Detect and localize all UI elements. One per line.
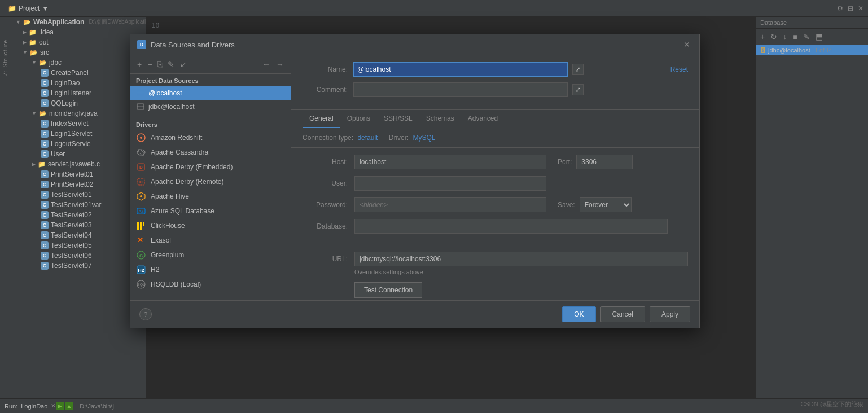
class-icon: C	[41, 191, 49, 199]
comment-input[interactable]	[353, 82, 568, 97]
sidebar-item-testservlet04[interactable]: C TestServlet04	[11, 230, 146, 240]
sidebar-root[interactable]: ▼ 📂 WebApplication D:\桌面D\WebApplication	[11, 17, 146, 27]
close-run-icon[interactable]: ✕	[51, 402, 56, 410]
db-refresh-button[interactable]: ↻	[768, 31, 779, 42]
exasol-icon: ✕	[136, 235, 146, 245]
driver-clickhouse[interactable]: ClickHouse	[130, 218, 291, 233]
connection-type-value[interactable]: default	[357, 134, 378, 142]
sidebar-item-testservlet03[interactable]: C TestServlet03	[11, 220, 146, 230]
sidebar-item-user[interactable]: C User	[11, 149, 146, 159]
tab-advanced[interactable]: Advanced	[461, 110, 505, 128]
db-edit-button[interactable]: ✎	[801, 31, 812, 42]
db-item-icon: 🗄	[760, 47, 766, 54]
edit-datasource-button[interactable]: ✎	[165, 59, 177, 70]
db-panel-toolbar: + ↻ ↓ ■ ✎ ⬒	[756, 29, 868, 45]
driver-apache-cassandra[interactable]: Apache Cassandra	[130, 145, 291, 160]
sidebar-item-qqlogin[interactable]: C QQLogin	[11, 98, 146, 108]
driver-value[interactable]: MySQL	[413, 134, 435, 142]
db-more-button[interactable]: ⬒	[813, 31, 825, 42]
sidebar-item-testservlet05[interactable]: C TestServlet05	[11, 240, 146, 251]
datasource-localhost[interactable]: @localhost	[130, 86, 291, 100]
tab-schemas[interactable]: Schemas	[419, 110, 461, 128]
driver-label: Greenplum	[151, 251, 184, 259]
sidebar-item-testservlet06[interactable]: C TestServlet06	[11, 251, 146, 261]
reset-link[interactable]: Reset	[670, 65, 688, 73]
sidebar-item-servlet[interactable]: ▶ 📁 servlet.javaweb.c	[11, 159, 146, 169]
sidebar-item-indexservlet[interactable]: C IndexServlet	[11, 118, 146, 129]
db-download-button[interactable]: ↓	[781, 31, 789, 42]
class-icon: C	[41, 150, 49, 158]
run-button[interactable]: ▶	[56, 402, 64, 410]
name-comment-section: Name: ⤢ Reset Comment: ⤢	[291, 55, 699, 110]
sidebar-item-printservlet01[interactable]: C PrintServlet01	[11, 169, 146, 179]
name-expand-button[interactable]: ⤢	[572, 64, 584, 75]
tab-sshssl[interactable]: SSH/SSL	[377, 110, 419, 128]
sidebar-item-monidenglv[interactable]: ▼ 📂 monidenglv.java	[11, 108, 146, 118]
project-button[interactable]: 📁 Project ▼	[5, 3, 52, 14]
nav-back-button[interactable]: ←	[260, 59, 273, 70]
help-button[interactable]: ?	[139, 308, 152, 320]
driver-exasol[interactable]: ✕ Exasol	[130, 233, 291, 248]
db-stop-button[interactable]: ■	[790, 31, 799, 42]
add-datasource-button[interactable]: +	[135, 59, 144, 70]
import-datasource-button[interactable]: ↙	[178, 59, 189, 70]
driver-amazon-redshift[interactable]: Amazon Redshift	[130, 130, 291, 145]
sidebar-item-out[interactable]: ▶ 📁 out	[11, 37, 146, 47]
driver-apache-derby-embedded[interactable]: D Apache Derby (Embedded)	[130, 160, 291, 174]
database-input[interactable]	[354, 219, 668, 234]
sidebar-item-logindao[interactable]: C LoginDao	[11, 78, 146, 88]
sidebar-item-src[interactable]: ▼ 📂 src	[11, 47, 146, 58]
apply-button[interactable]: Apply	[650, 306, 690, 322]
sidebar-item-testservlet01var[interactable]: C TestServlet01var	[11, 200, 146, 210]
name-input[interactable]	[353, 62, 568, 77]
ok-button[interactable]: OK	[562, 306, 595, 322]
host-input[interactable]	[354, 155, 546, 169]
tab-general[interactable]: General	[303, 110, 340, 128]
class-icon: C	[41, 201, 49, 209]
datasource-jdbc[interactable]: jdbc@localhost	[130, 100, 291, 113]
class-icon: C	[41, 130, 49, 138]
save-select[interactable]: Forever Until restart Never	[580, 197, 632, 212]
nav-forward-button[interactable]: →	[274, 59, 286, 70]
name-row: Name: ⤢ Reset	[303, 62, 688, 77]
dialog-close-button[interactable]: ✕	[681, 39, 692, 50]
sidebar-item-testservlet07[interactable]: C TestServlet07	[11, 261, 146, 271]
tab-options[interactable]: Options	[340, 110, 377, 128]
sidebar-item-jdbc[interactable]: ▼ 📂 jdbc	[11, 58, 146, 68]
dialog-title-bar: D Data Sources and Drivers ✕	[130, 34, 699, 55]
sidebar-item-testservlet02[interactable]: C TestServlet02	[11, 210, 146, 220]
db-item-localhost[interactable]: 🗄 jdbc@localhost 1 of 14	[756, 45, 868, 55]
driver-greenplum[interactable]: G Greenplum	[130, 248, 291, 262]
run-indicator: Run: LoginDao ✕	[5, 402, 56, 410]
password-input[interactable]	[354, 197, 546, 212]
close-icon[interactable]: ✕	[858, 5, 863, 12]
driver-hsqldb[interactable]: SQL HSQLDB (Local)	[130, 277, 291, 292]
user-input[interactable]	[354, 176, 546, 191]
port-input[interactable]	[576, 155, 633, 169]
sidebar-item-testservlet01[interactable]: C TestServlet01	[11, 190, 146, 200]
sidebar-item-label: Login1Servlet	[51, 130, 92, 138]
sidebar-item-logoutservle[interactable]: C LogoutServle	[11, 139, 146, 149]
sidebar-item-login1servlet[interactable]: C Login1Servlet	[11, 129, 146, 139]
url-input[interactable]	[354, 252, 688, 266]
comment-expand-button[interactable]: ⤢	[572, 84, 584, 95]
db-add-button[interactable]: +	[758, 31, 767, 42]
sidebar-item-idea[interactable]: ▶ 📁 .idea	[11, 27, 146, 37]
cancel-button[interactable]: Cancel	[600, 306, 645, 322]
driver-azure-sql[interactable]: AZ Azure SQL Database	[130, 204, 291, 218]
dialog-title-icon: D	[137, 40, 146, 49]
sidebar-item-createpanel[interactable]: C CreatePanel	[11, 68, 146, 78]
sidebar-item-label: LoginDao	[51, 79, 80, 87]
sidebar-item-printservlet02[interactable]: C PrintServlet02	[11, 179, 146, 190]
up-button[interactable]: ▲	[65, 402, 73, 410]
minus-icon[interactable]: ⊟	[848, 5, 853, 12]
test-connection-button[interactable]: Test Connection	[354, 282, 422, 298]
driver-apache-hive[interactable]: Apache Hive	[130, 189, 291, 204]
driver-apache-derby-remote[interactable]: D Apache Derby (Remote)	[130, 174, 291, 189]
gear-icon[interactable]: ⚙	[837, 5, 843, 12]
class-icon: C	[41, 241, 49, 249]
driver-h2[interactable]: H2 H2	[130, 262, 291, 277]
sidebar-item-loginlistener[interactable]: C LoginListener	[11, 88, 146, 98]
copy-datasource-button[interactable]: ⎘	[155, 59, 164, 70]
remove-datasource-button[interactable]: −	[145, 59, 154, 70]
